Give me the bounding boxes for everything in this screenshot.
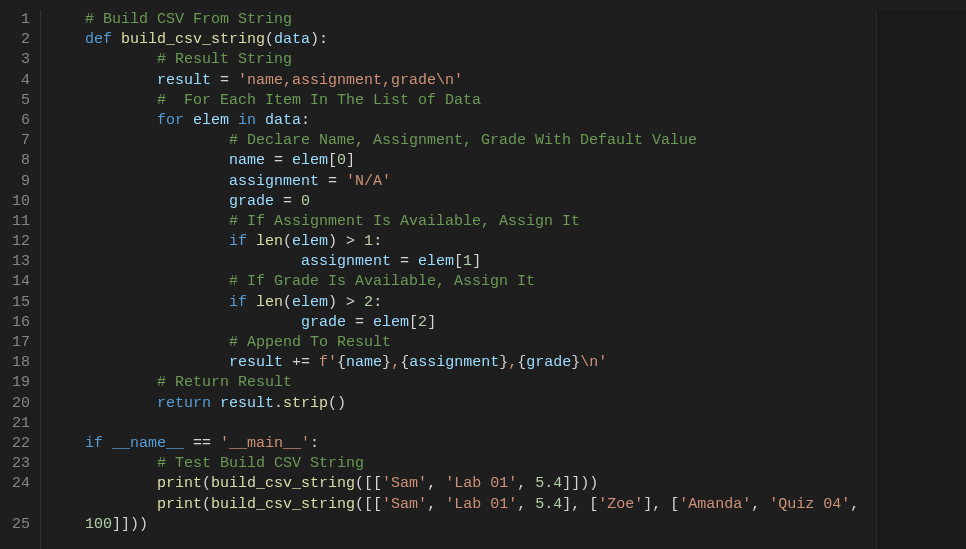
token: , [850, 496, 868, 513]
line-number: 24 [0, 474, 30, 494]
code-line[interactable]: if len(elem) > 2: [49, 293, 876, 313]
code-line[interactable]: # Test Build CSV String [49, 454, 876, 474]
code-line[interactable]: if __name__ == '__main__': [49, 434, 876, 454]
token: assignment [229, 173, 319, 190]
token: = [319, 173, 346, 190]
token [49, 173, 229, 190]
token: # If Assignment Is Available, Assign It [229, 213, 580, 230]
token: , [751, 496, 769, 513]
token: { [517, 354, 526, 371]
code-line[interactable]: # Build CSV From String [49, 10, 876, 30]
token: 0 [301, 193, 310, 210]
code-line[interactable]: 100]])) [49, 515, 876, 535]
token: # Declare Name, Assignment, Grade With D… [229, 132, 697, 149]
token: grade [229, 193, 274, 210]
code-line[interactable]: # Result String [49, 50, 876, 70]
token: = [211, 72, 238, 89]
line-number: 5 [0, 91, 30, 111]
token: ], [ [562, 496, 598, 513]
code-line[interactable]: for elem in data: [49, 111, 876, 131]
token: # If Grade Is Available, Assign It [229, 273, 535, 290]
line-number: 14 [0, 272, 30, 292]
code-line[interactable]: grade = elem[2] [49, 313, 876, 333]
token: result [229, 354, 283, 371]
code-line[interactable]: if len(elem) > 1: [49, 232, 876, 252]
code-line[interactable]: # If Grade Is Available, Assign It [49, 272, 876, 292]
token [49, 455, 157, 472]
token: . [274, 395, 283, 412]
token: ) > [328, 233, 364, 250]
token [49, 51, 157, 68]
token: } [382, 354, 391, 371]
token: ( [265, 31, 274, 48]
token: : [373, 233, 382, 250]
token: \n' [580, 354, 607, 371]
token [49, 516, 85, 533]
token: if [229, 233, 256, 250]
code-line[interactable]: result = 'name,assignment,grade\n' [49, 71, 876, 91]
line-number: 9 [0, 172, 30, 192]
token: 'Sam' [382, 475, 427, 492]
code-line[interactable]: def build_csv_string(data): [49, 30, 876, 50]
token [49, 11, 85, 28]
token: , [517, 475, 535, 492]
code-line[interactable]: # Append To Result [49, 333, 876, 353]
line-number: 4 [0, 71, 30, 91]
code-line[interactable]: assignment = elem[1] [49, 252, 876, 272]
right-margin [876, 10, 966, 549]
token: 1 [463, 253, 472, 270]
line-number: 13 [0, 252, 30, 272]
code-line[interactable]: print(build_csv_string([['Sam', 'Lab 01'… [49, 474, 876, 494]
token: ], [ [643, 496, 679, 513]
line-number: 10 [0, 192, 30, 212]
token [49, 253, 301, 270]
token: = [274, 193, 301, 210]
token: print [157, 496, 202, 513]
code-line[interactable] [49, 414, 876, 434]
token: = [265, 152, 292, 169]
token [49, 213, 229, 230]
token: build_csv_string [211, 496, 355, 513]
token: ]])) [562, 475, 598, 492]
token: 'Sam' [382, 496, 427, 513]
token [49, 233, 229, 250]
token [49, 294, 229, 311]
code-line[interactable]: print(build_csv_string([['Sam', 'Lab 01'… [49, 495, 876, 515]
code-line[interactable]: # If Assignment Is Available, Assign It [49, 212, 876, 232]
token: == [184, 435, 220, 452]
token [49, 273, 229, 290]
code-line[interactable]: assignment = 'N/A' [49, 172, 876, 192]
token: grade [526, 354, 571, 371]
token: 1 [364, 233, 373, 250]
token [49, 395, 157, 412]
token [49, 132, 229, 149]
token: # Build CSV From String [85, 11, 292, 28]
code-line[interactable]: grade = 0 [49, 192, 876, 212]
token: ( [202, 475, 211, 492]
token: ( [202, 496, 211, 513]
code-editor[interactable]: 1234567891011121314151617181920212223242… [0, 0, 966, 549]
token: : [373, 294, 382, 311]
code-line[interactable]: # For Each Item In The List of Data [49, 91, 876, 111]
token: += [283, 354, 319, 371]
line-number: 3 [0, 50, 30, 70]
code-line[interactable]: result += f'{name},{assignment},{grade}\… [49, 353, 876, 373]
code-area[interactable]: # Build CSV From String def build_csv_st… [40, 10, 876, 549]
line-number: 1 [0, 10, 30, 30]
line-number: 12 [0, 232, 30, 252]
token: build_csv_string [211, 475, 355, 492]
code-line[interactable]: name = elem[0] [49, 151, 876, 171]
line-number: 20 [0, 394, 30, 414]
token: [ [409, 314, 418, 331]
token: # Result String [157, 51, 292, 68]
line-number: 15 [0, 293, 30, 313]
token: 0 [337, 152, 346, 169]
line-number: 2 [0, 30, 30, 50]
code-line[interactable]: # Declare Name, Assignment, Grade With D… [49, 131, 876, 151]
line-number: 16 [0, 313, 30, 333]
token [49, 112, 157, 129]
token: 'Quiz 04' [769, 496, 850, 513]
token [49, 72, 157, 89]
code-line[interactable]: return result.strip() [49, 394, 876, 414]
code-line[interactable]: # Return Result [49, 373, 876, 393]
